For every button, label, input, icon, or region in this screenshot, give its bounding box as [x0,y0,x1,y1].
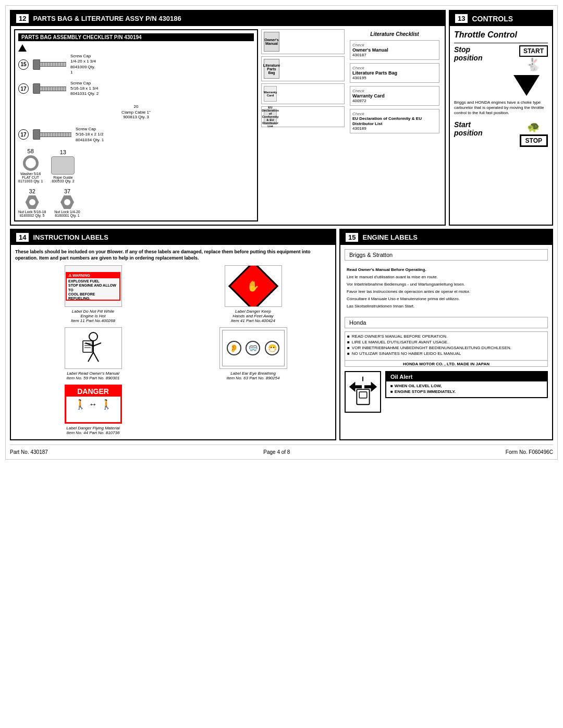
clamp-cable-area: 20 Clamp Cable 1"900813 Qty. 3 [18,104,254,119]
section-15-header: 15 ENGINE LABELS [340,230,552,245]
danger-flying-image: DANGER 🚶 ↔ 🚶 [65,385,122,424]
svg-point-0 [89,332,97,341]
check-label-3: Check [352,89,437,93]
engine-content: Briggs & Stratton Read Owner's Manual Be… [340,245,552,417]
honda-item-3: VOR INBETRIEBNAHME UNBEDINGHT BEDIENUNGS… [347,346,545,350]
item-number-circle: 17 [18,83,29,94]
nutlock-visual [26,195,39,209]
parts-bag-inner: PARTS BAG ASSEMBLY CHECKLIST P/N 430194 … [11,26,445,225]
mask-circle: 😷 [265,341,279,355]
item-32-circle: 32 [29,188,35,194]
rope-guide-visual [51,156,75,175]
section-15-number: 15 [345,232,359,243]
start-position-label: Startposition [454,120,482,137]
svg-line-4 [88,352,93,362]
section-12-number: 12 [15,13,30,24]
stop-control: 🐢 STOP [520,120,548,147]
honda-brand-box: Honda [345,317,548,328]
section-13-header: 13 CONTROLS [450,11,552,26]
checklist-box: PARTS BAG ASSEMBLY CHECKLIST P/N 430194 … [14,29,258,221]
label-do-not-fill: ⚠ WARNING EXPLOSIVE FUELSTOP ENGINE AND … [15,265,171,323]
nutlock-32-item: 32 Nut Lock 5/16-188160002 Qty. 5 [18,188,46,217]
start-label: START [519,45,548,57]
list-item: 15 Screw Cap1/4-20 x 1 3/48041009 Qty.1 [18,54,254,76]
instruction-warning-text: These labels should be included on your … [15,249,331,261]
briggs-instructions-box: Read Owner's Manual Before Operating. Li… [345,265,548,313]
screw-visual [33,59,66,70]
person-flying-icon: 🚶 [75,399,86,410]
eu-declaration-part: 430189 [352,126,437,131]
person2-flying-icon: 🚶 [101,399,112,410]
read-manual-image [65,327,122,369]
item-58-desc: Washer 5/16FLAT CUT8171003 Qty. 1 [18,172,43,183]
danger-flying-icons: 🚶 ↔ 🚶 [72,397,114,412]
item-58-circle: 58 [28,148,34,154]
eu-declaration-label: EU Declaration of Conformity & EU Distri… [352,116,437,126]
honda-item-1: READ OWNER'S MANUAL BEFORE OPERATION. [347,334,545,339]
page-footer: Part No. 430187 Page 4 of 8 Form No. F06… [10,445,553,455]
washer-58-item: 58 Washer 5/16FLAT CUT8171003 Qty. 1 [18,148,43,183]
item-number-circle: 17 [18,129,29,140]
page-container: 12 PARTS BAG & LITERATURE ASSY P/N 43018… [5,5,558,460]
honda-items-list: READ OWNER'S MANUAL BEFORE OPERATION. LI… [345,332,547,359]
section-14-header: 14 INSTRUCTION LABELS [11,230,335,245]
oil-icon-box [345,371,381,413]
section-12: 12 PARTS BAG & LITERATURE ASSY P/N 43018… [10,10,446,226]
briggs-instruction-5: Cónsultare il Manuale Uso e Manutenzione… [347,296,546,302]
item-32-desc: Nut Lock 5/16-188160002 Qty. 5 [18,210,46,217]
triangle-down-icon [513,75,540,96]
screw-visual [33,129,71,140]
oil-icon-svg [349,374,377,410]
warranty-card-part: 400972 [352,98,437,103]
honda-instructions-box: READ OWNER'S MANUAL BEFORE OPERATION. LI… [345,331,548,367]
breathing-icon: 😷 [265,341,279,355]
oil-alert-box: Oil Alert WHEN OIL LEVEL LOW, ENGINE STO… [385,371,548,398]
honda-item-2: LIRE LE MANUEL D'UTILISATEUR AVANT USAGE… [347,340,545,344]
warranty-card-book: WarrantyCard [264,86,277,102]
honda-item-4: NO UTILIZAR SINANTES NO HABER LEIDO EL M… [347,351,545,356]
briggs-brand-name: Briggs & Stratton [349,252,393,258]
clamp-cable-desc: Clamp Cable 1"900813 Qty. 3 [18,110,254,119]
svg-marker-13 [364,381,376,391]
label-danger-hands: DANGER ✋ Label Danger KeepHands and Feet… [175,265,331,323]
controls-content: Throttle Control Stopposition START 🐇 Br… [450,26,552,151]
literature-checklist-header: Literature Checklist [350,31,439,37]
item-20-circle: 20 [134,104,139,109]
warranty-card-label: Warranty Card [352,93,437,98]
rope-washer-row: 58 Washer 5/16FLAT CUT8171003 Qty. 1 13 … [18,148,254,183]
arrows-icon: ↔ [89,400,97,409]
item-13-circle: 13 [60,149,66,155]
oil-alert-content: WHEN OIL LEVEL LOW, ENGINE STOPS IMMEDIA… [386,381,547,397]
item-number-circle: 15 [18,59,29,70]
do-not-fill-image: ⚠ WARNING EXPLOSIVE FUELSTOP ENGINE AND … [65,265,122,307]
warning-triangle-icon [18,44,27,52]
label-do-not-fill-caption: Label Do Not Fill WhileEngine Is HotItem… [71,309,115,323]
owners-manual-book: Owner'sManual [264,32,279,52]
nutlock-37-visual [60,195,74,209]
rabbit-icon: 🐇 [525,58,541,71]
lit-warranty: WarrantyCard [261,83,345,104]
oil-area: Oil Alert WHEN OIL LEVEL LOW, ENGINE STO… [345,371,548,413]
label-read-manual: Label Read Owner's ManualItem No. 59 Par… [15,327,171,380]
eye-protection-icon: 🥽 [246,341,260,355]
danger-label-header: DANGER [66,386,120,397]
item-13-desc: Rope Guide830533 Qty. 2 [52,176,74,183]
honda-footer: HONDA MOTOR CO. , LTD. MADE IN JAPAN [345,360,547,366]
item-17b-desc: Screw Cap5/16-18 x 2 1/28041034 Qty. 1 [76,127,104,143]
label-ear-eye-caption: Label Ear Eye BreathingItem No. 63 Part … [227,371,280,380]
ear-eye-image: 👂 🥽 😷 [219,327,287,369]
list-item: 17 Screw Cap5/16-18 x 2 1/28041034 Qty. … [18,127,254,143]
item-17a-desc: Screw Cap5/16-18 x 1 3/48041031 Qty. 2 [70,81,99,97]
controls-text: Briggs and HONDA engines have a choke ty… [454,100,548,116]
briggs-instruction-6: Las Skotselinstruktionen Innan Start. [347,303,546,310]
section-14-title: INSTRUCTION LABELS [33,233,108,241]
labels-grid: ⚠ WARNING EXPLOSIVE FUELSTOP ENGINE AND … [15,265,331,435]
svg-rect-12 [359,392,367,398]
start-position-row: Startposition 🐢 STOP [454,120,548,147]
throttle-divider [454,43,548,43]
warning-triangle-row [18,44,254,52]
rope-guide-item: 13 Rope Guide830533 Qty. 2 [51,149,75,183]
form-number: Form No. F060496C [506,449,553,455]
literature-parts-bag-book: LiteratureParts Bag [264,59,279,79]
oil-alert-item-2: ENGINE STOPS IMMEDIATELY. [390,389,543,394]
